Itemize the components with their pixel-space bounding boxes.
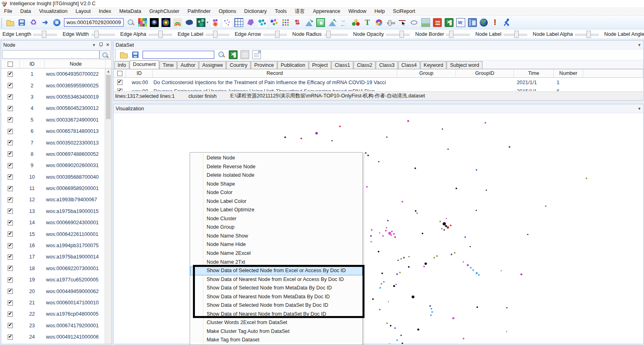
context-menu-item-cluster-words-2excel-from-dataset[interactable]: Cluster Words 2Excel from DataSet xyxy=(190,318,362,327)
tab-info[interactable]: Info xyxy=(114,61,129,69)
row-checkbox[interactable] xyxy=(8,243,13,248)
graph-node-dot[interactable] xyxy=(478,274,480,276)
context-menu-item-node-label-color[interactable]: Node Label Color xyxy=(190,197,362,206)
tab-class1[interactable]: Class1 xyxy=(331,61,353,69)
graph-node-dot[interactable] xyxy=(501,270,502,271)
graph-node-dot[interactable] xyxy=(464,236,466,238)
context-menu-item-show-data-of-selected-node-from-dataset-by-doc-id[interactable]: Show Data of Selected Node from DataSet … xyxy=(190,301,362,310)
row-check-cell[interactable] xyxy=(114,89,126,91)
node-table-row[interactable]: 10wos:000395688700040 xyxy=(1,171,105,183)
graph-node-dot[interactable] xyxy=(476,306,478,308)
graph-node-dot[interactable] xyxy=(386,136,387,138)
graph-node-dot[interactable] xyxy=(452,317,454,319)
tab-subject-word[interactable]: Subject word xyxy=(447,61,482,69)
node-table-row[interactable]: 23wos:000674179200001 xyxy=(1,320,105,331)
slider-thumb[interactable] xyxy=(42,31,46,38)
graph-node-dot[interactable] xyxy=(387,220,389,221)
scrollbar-thumb[interactable] xyxy=(106,75,111,119)
graph-node-dot[interactable] xyxy=(476,169,477,171)
graph-node-dot[interactable] xyxy=(506,307,507,308)
graph-node-dot[interactable] xyxy=(370,235,372,237)
heatmap-dropdown-icon[interactable]: ▾ xyxy=(207,21,208,24)
mountain-up-icon[interactable] xyxy=(304,18,313,27)
graph-node-dot[interactable] xyxy=(463,338,464,339)
node-table-row[interactable]: 22wos:a1976cp04800005 xyxy=(1,308,105,320)
node-table-row[interactable]: 20wos:000449459000062 xyxy=(1,285,105,297)
graph-node-dot[interactable] xyxy=(486,190,487,191)
menu-item-window[interactable]: Window xyxy=(344,7,371,15)
tab-document[interactable]: Document xyxy=(130,60,159,69)
tab-class3[interactable]: Class3 xyxy=(376,61,398,69)
notes-doc-icon[interactable] xyxy=(252,50,261,59)
graph-node-dot[interactable] xyxy=(485,122,486,124)
context-menu-item-delete-reverse-node[interactable]: Delete Reverse Node xyxy=(190,163,362,171)
graph-node-dot[interactable] xyxy=(390,325,391,326)
graph-node-dot[interactable] xyxy=(476,210,477,211)
graph-node-dot[interactable] xyxy=(393,233,395,235)
node-search-button[interactable] xyxy=(99,50,111,59)
graph-node-dot[interactable] xyxy=(381,273,383,274)
menu-item-dictionary[interactable]: Dictionary xyxy=(240,7,271,15)
graph-node-dot[interactable] xyxy=(383,281,385,283)
row-checkbox[interactable] xyxy=(8,254,13,260)
graph-node-dot[interactable] xyxy=(407,120,409,122)
cluster-balls-icon[interactable] xyxy=(351,18,360,27)
blue-blob-icon[interactable] xyxy=(185,18,194,27)
open-folder-icon[interactable] xyxy=(6,18,14,27)
graph-node-dot[interactable] xyxy=(394,236,396,238)
graph-node-dot[interactable] xyxy=(403,257,405,258)
purple-polygon-icon[interactable] xyxy=(246,18,255,27)
chevron-down-icon[interactable]: ▼ xyxy=(638,43,641,47)
graph-node-dot[interactable] xyxy=(467,264,469,266)
graph-node-dot[interactable] xyxy=(408,266,410,268)
graph-node-dot[interactable] xyxy=(443,229,445,231)
node-table-row[interactable]: 4wos:000560452300012 xyxy=(1,103,105,114)
tab-province[interactable]: Province xyxy=(251,61,277,69)
chevron-down-icon[interactable]: ▼ xyxy=(92,43,96,47)
row-checkbox[interactable] xyxy=(8,300,13,306)
menu-item-data[interactable]: Data xyxy=(16,7,35,15)
graph-node-dot[interactable] xyxy=(371,229,373,231)
node-table-row[interactable]: 14wos:000669024300001 xyxy=(1,217,105,228)
ellipse-tool-icon[interactable] xyxy=(410,18,418,27)
slider-thumb[interactable] xyxy=(514,31,519,38)
graph-node-dot[interactable] xyxy=(396,284,397,285)
graph-node-dot[interactable] xyxy=(365,152,367,154)
graph-node-dot[interactable] xyxy=(476,272,478,274)
row-checkbox[interactable] xyxy=(8,209,13,214)
graph-node-dot[interactable] xyxy=(441,228,443,229)
slider-thumb[interactable] xyxy=(213,31,217,38)
search-icon[interactable] xyxy=(126,18,135,27)
context-menu-item-node-shape[interactable]: Node Shape xyxy=(190,180,362,189)
row-checkbox[interactable] xyxy=(8,186,13,191)
graph-node-dot[interactable] xyxy=(391,231,393,232)
graph-node-dot[interactable] xyxy=(509,146,510,148)
graph-node-dot[interactable] xyxy=(408,256,410,257)
graph-node-dot[interactable] xyxy=(506,331,507,332)
menu-item-tools[interactable]: Tools xyxy=(271,7,290,15)
globe-icon[interactable] xyxy=(480,19,488,27)
tab-time[interactable]: Time xyxy=(159,61,177,69)
save-icon[interactable] xyxy=(131,50,140,59)
graph-node-dot[interactable] xyxy=(379,287,381,289)
tab-keyword[interactable]: Keyword xyxy=(420,61,447,69)
select-all-checkbox[interactable] xyxy=(8,62,13,67)
graph-node-dot[interactable] xyxy=(446,218,447,219)
close-icon[interactable]: ✕ xyxy=(106,42,110,48)
graph-node-dot[interactable] xyxy=(429,305,431,307)
color-map-icon[interactable] xyxy=(269,18,278,27)
node-table-row[interactable]: 24wos:000491241000006 xyxy=(1,331,105,343)
node-table-row[interactable]: 19wos:a1977cu65200005 xyxy=(1,274,105,285)
graph-node-dot[interactable] xyxy=(386,227,387,228)
row-checkbox[interactable] xyxy=(8,174,13,180)
context-menu-item-node-name-2txt[interactable]: Node Name 2Txt xyxy=(190,258,362,267)
node-table-row[interactable]: 16wos:a1994pb31700075 xyxy=(1,240,105,251)
dataset-table-row[interactable]: wos:00Reverse Engineering of Vaccine Ant… xyxy=(114,87,643,91)
graph-node-dot[interactable] xyxy=(378,161,379,162)
graph-node-dot[interactable] xyxy=(366,186,368,188)
graph-node-dot[interactable] xyxy=(442,128,443,130)
context-menu-item-show-data-of-nearest-node-from-dataset-by-doc-id[interactable]: Show Data of Nearest Node from DataSet B… xyxy=(190,310,362,319)
graph-node-dot[interactable] xyxy=(396,273,398,275)
dot-matrix-icon[interactable] xyxy=(281,18,290,27)
row-checkbox[interactable] xyxy=(8,94,13,99)
